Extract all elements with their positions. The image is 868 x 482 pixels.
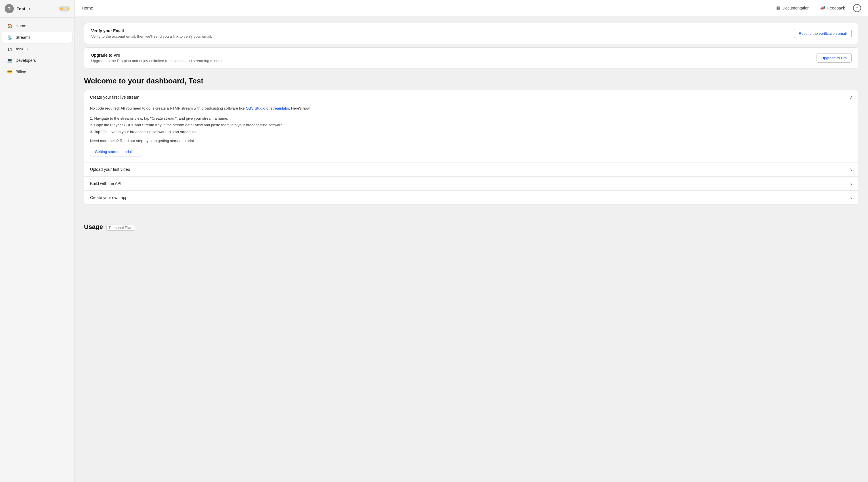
assets-icon: 🗂 <box>7 46 13 52</box>
upgrade-pro-card: Upgrade to Pro Upgrade to the Pro plan a… <box>84 47 859 68</box>
accordion-create-stream-desc: No code required! All you need to do is … <box>90 105 853 111</box>
accordion-build-api-header[interactable]: Build with the API ∨ <box>84 176 859 190</box>
accordion-create-app-header[interactable]: Create your own app ∨ <box>84 191 859 204</box>
accordion-build-api: Build with the API ∨ <box>84 176 859 191</box>
sidebar-item-label: Developers <box>16 58 36 63</box>
help-button[interactable]: ? <box>853 4 861 12</box>
help-icon: ? <box>856 6 859 10</box>
upgrade-pro-text: Upgrade to Pro Upgrade to the Pro plan a… <box>91 53 224 63</box>
sidebar-item-label: Assets <box>16 46 28 51</box>
avatar: T <box>5 4 14 13</box>
sidebar-item-home[interactable]: 🏠 Home <box>2 21 72 31</box>
page-title: Home <box>82 5 93 10</box>
verify-email-card: Verify your Email Verify to the account … <box>84 23 859 44</box>
sidebar-item-developers[interactable]: 💻 Developers <box>2 55 72 66</box>
step-2: 2. Copy the Playback URL and Stream Key … <box>90 122 853 128</box>
workspace-name: Test <box>17 6 25 11</box>
verify-email-text: Verify your Email Verify to the account … <box>91 29 212 38</box>
accordion-create-stream-title: Create your first live stream <box>90 95 139 99</box>
topbar-actions: ▦ Documentation 📣 Feedback ? <box>774 3 861 12</box>
accordion-chevron-up-icon: ∧ <box>850 95 853 99</box>
accordion-create-stream-body: No code required! All you need to do is … <box>84 104 859 162</box>
sidebar-item-streams[interactable]: 📡 Streams <box>2 32 72 43</box>
accordion-create-app-title: Create your own app <box>90 195 127 200</box>
moon-icon: 🌙 <box>66 7 69 10</box>
theme-toggle[interactable]: ☀️ 🌙 <box>59 6 70 11</box>
usage-section-header: Usage Personal Plan <box>84 214 859 234</box>
sidebar-header: T Test ▾ ☀️ 🌙 <box>0 0 74 18</box>
sun-icon: ☀️ <box>60 7 64 11</box>
documentation-button[interactable]: ▦ Documentation <box>774 3 812 12</box>
book-icon: ▦ <box>776 5 781 11</box>
usage-heading: Usage <box>84 223 103 231</box>
home-icon: 🏠 <box>7 23 13 29</box>
chevron-down-icon: ▾ <box>29 7 30 11</box>
accordion-create-stream-header[interactable]: Create your first live stream ∧ <box>84 90 859 104</box>
accordion-upload-video-title: Upload your first video <box>90 167 130 172</box>
accordion-chevron-down-icon-3: ∨ <box>850 195 853 200</box>
verify-email-title: Verify your Email <box>91 29 212 33</box>
sidebar-item-billing[interactable]: 💳 Billing <box>2 66 72 77</box>
megaphone-icon: 📣 <box>820 5 826 11</box>
topbar: Home ▦ Documentation 📣 Feedback ? <box>75 0 868 16</box>
documentation-label: Documentation <box>782 6 809 10</box>
accordion-upload-video-header[interactable]: Upload your first video ∨ <box>84 162 859 176</box>
verify-email-description: Verify to the account email, then we'll … <box>91 34 212 38</box>
accordion-upload-video: Upload your first video ∨ <box>84 162 859 176</box>
step-1: 1. Navigate to the streams view, tap "Cr… <box>90 115 853 122</box>
sidebar-nav: 🏠 Home 📡 Streams 🗂 Assets 💻 Developers 💳… <box>0 18 74 482</box>
tutorial-label: Getting started tutorial <box>95 150 132 154</box>
accordions-wrapper: Create your first live stream ∧ No code … <box>84 90 859 205</box>
developers-icon: 💻 <box>7 58 13 63</box>
upgrade-pro-description: Upgrade to the Pro plan and enjoy unlimi… <box>91 59 224 63</box>
accordion-build-api-title: Build with the API <box>90 181 121 186</box>
streamlabs-link[interactable]: streamlabs <box>271 106 289 110</box>
step-3: 3. Tap "Go Live" in your broadcasting so… <box>90 129 853 135</box>
main-area: Home ▦ Documentation 📣 Feedback ? Verify… <box>75 0 868 482</box>
accordion-create-stream: Create your first live stream ∧ No code … <box>84 90 859 162</box>
sidebar: T Test ▾ ☀️ 🌙 🏠 Home 📡 Streams 🗂 Assets … <box>0 0 75 482</box>
accordion-steps: 1. Navigate to the streams view, tap "Cr… <box>90 115 853 135</box>
welcome-heading: Welcome to your dashboard, Test <box>84 76 859 86</box>
accordion-chevron-down-icon-2: ∨ <box>850 181 853 186</box>
resend-verification-button[interactable]: Resend the verification email <box>794 29 851 38</box>
accordion-note: Need more help? Read our step-by-step ge… <box>90 139 853 143</box>
sidebar-item-assets[interactable]: 🗂 Assets <box>2 43 72 54</box>
feedback-label: Feedback <box>828 6 845 10</box>
upgrade-to-pro-button[interactable]: Upgrade to Pro <box>816 53 851 63</box>
sidebar-item-label: Home <box>16 24 26 28</box>
streams-icon: 📡 <box>7 34 13 40</box>
getting-started-tutorial-button[interactable]: Getting started tutorial → <box>90 147 142 156</box>
plan-label: Personal Plan <box>106 225 135 231</box>
upgrade-pro-title: Upgrade to Pro <box>91 53 224 58</box>
content-area: Verify your Email Verify to the account … <box>75 16 868 482</box>
accordion-create-app: Create your own app ∨ <box>84 191 859 204</box>
sidebar-item-label: Streams <box>16 35 30 40</box>
sidebar-item-label: Billing <box>16 70 26 74</box>
feedback-button[interactable]: 📣 Feedback <box>818 3 847 12</box>
accordion-chevron-down-icon: ∨ <box>850 167 853 172</box>
arrow-icon: → <box>133 150 137 154</box>
billing-icon: 💳 <box>7 69 13 75</box>
obs-studio-link[interactable]: OBS Studio <box>246 106 265 110</box>
